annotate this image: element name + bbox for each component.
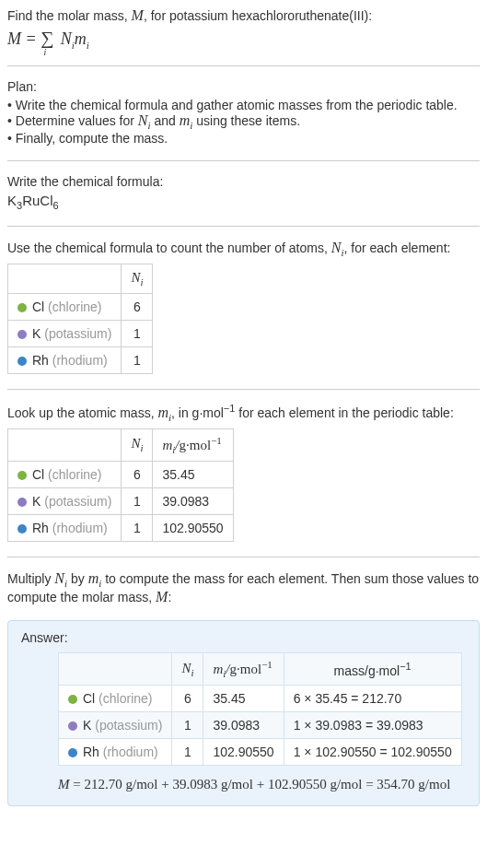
divider (7, 160, 480, 161)
final-equation: M = 212.70 g/mol + 39.0983 g/mol + 102.9… (58, 777, 466, 792)
plan-item-3: • Finally, compute the mass. (7, 131, 480, 146)
intro-text: Find the molar mass, M, for potassium he… (7, 7, 480, 24)
chem-rucl: RuCl (22, 193, 52, 208)
element-dot-icon (17, 498, 27, 507)
chemical-formula: K3RuCl6 (7, 193, 480, 211)
table-row: Cl (chlorine) 6 35.45 6 × 35.45 = 212.70 (59, 686, 462, 712)
element-dot-icon (17, 357, 27, 366)
answer-box: Answer: Ni mi/g·mol−1 mass/g·mol−1 Cl (c… (7, 620, 480, 806)
divider (7, 226, 480, 227)
table-row: K (potassium) 1 (8, 320, 153, 346)
element-dot-icon (68, 721, 77, 731)
divider (7, 557, 480, 557)
molar-mass-formula: M = ∑i Nimi (7, 28, 480, 51)
chem-k: K (7, 193, 17, 208)
table-row: Cl (chlorine) 6 35.45 (8, 461, 234, 487)
count-section: Use the chemical formula to count the nu… (7, 240, 480, 374)
th-m: mi/g·mol−1 (153, 428, 233, 461)
table-row: Rh (rhodium) 1 102.90550 (8, 514, 234, 541)
table-row: Rh (rhodium) 1 102.90550 1 × 102.90550 =… (59, 739, 462, 766)
th-empty (59, 653, 172, 686)
table-row: K (potassium) 1 39.0983 1 × 39.0983 = 39… (59, 712, 462, 739)
answer-table: Ni mi/g·mol−1 mass/g·mol−1 Cl (chlorine)… (58, 652, 462, 766)
table-row: Rh (rhodium) 1 (8, 346, 153, 373)
plan-section: Plan: • Write the chemical formula and g… (7, 79, 480, 146)
th-empty (8, 428, 122, 461)
element-dot-icon (68, 695, 77, 704)
element-dot-icon (17, 330, 27, 339)
chem-title: Write the chemical formula: (7, 174, 480, 189)
multiply-section: Multiply Ni by mi to compute the mass fo… (7, 570, 480, 605)
th-n: Ni (122, 428, 153, 461)
plan-list: • Write the chemical formula and gather … (7, 98, 480, 146)
element-dot-icon (17, 524, 27, 534)
element-dot-icon (68, 748, 77, 757)
mass-table: Ni mi/g·mol−1 Cl (chlorine) 6 35.45 K (p… (7, 428, 234, 542)
intro-section: Find the molar mass, M, for potassium he… (7, 7, 480, 51)
mass-title: Look up the atomic mass, mi, in g·mol−1 … (7, 403, 480, 423)
th-n: Ni (172, 653, 203, 686)
th-n: Ni (122, 264, 153, 293)
table-row: Cl (chlorine) 6 (8, 293, 153, 320)
chemical-formula-section: Write the chemical formula: K3RuCl6 (7, 174, 480, 211)
count-table: Ni Cl (chlorine) 6 K (potassium) 1 Rh (r… (7, 264, 153, 374)
plan-item-1: • Write the chemical formula and gather … (7, 98, 480, 112)
element-dot-icon (17, 303, 27, 312)
chem-cl-sub: 6 (52, 200, 58, 211)
th-mass: mass/g·mol−1 (284, 653, 461, 686)
plan-title: Plan: (7, 79, 480, 94)
answer-label: Answer: (21, 630, 466, 645)
divider (7, 389, 480, 390)
element-dot-icon (17, 471, 27, 480)
divider (7, 65, 480, 66)
mass-section: Look up the atomic mass, mi, in g·mol−1 … (7, 403, 480, 542)
count-title: Use the chemical formula to count the nu… (7, 240, 480, 258)
th-m: mi/g·mol−1 (203, 653, 284, 686)
table-row: K (potassium) 1 39.0983 (8, 487, 234, 514)
plan-item-2: • Determine values for Ni and mi using t… (7, 112, 480, 131)
th-empty (8, 264, 122, 293)
